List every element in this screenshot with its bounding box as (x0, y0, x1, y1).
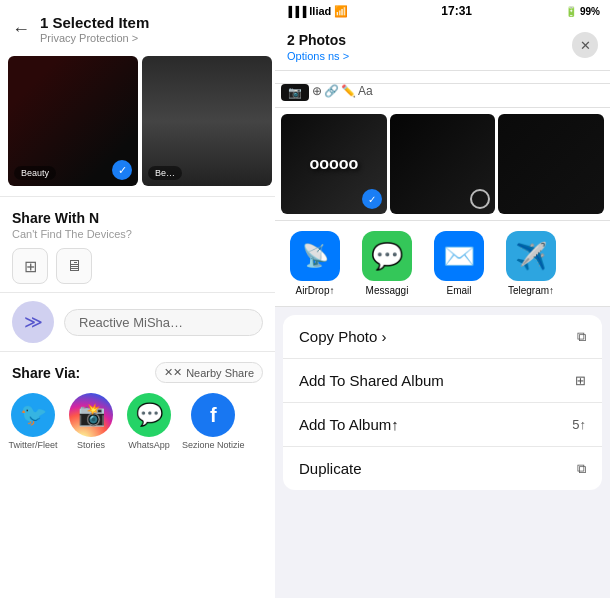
share-sheet-photo-mini: 📷 (281, 84, 309, 101)
menu-item-add-shared[interactable]: Add To Shared Album ⊞ (283, 359, 602, 403)
airdrop-label: AirDrop↑ (296, 285, 335, 296)
right-panel: ▐▐▐ Iliad 📶 17:31 🔋 99% 2 Photos Options… (275, 0, 610, 598)
title-block: 1 Selected Item Privacy Protection > (40, 14, 149, 44)
share-photo-1[interactable]: ooooo ✓ (281, 114, 387, 214)
add-album-right: 5↑ (572, 417, 586, 432)
airdrop-row: 📡 AirDrop↑ 💬 Messaggi ✉️ Email ✈️ Telegr… (275, 221, 610, 307)
facebook-icon[interactable]: f (191, 393, 235, 437)
airdrop-item-mail[interactable]: ✉️ Email (427, 231, 491, 296)
social-item-whatsapp[interactable]: 💬 WhatsApp (124, 393, 174, 450)
toolbar-icon-1: ⊕ (312, 84, 322, 101)
twitter-icon[interactable]: 🐦 (11, 393, 55, 437)
menu-list: Copy Photo › ⧉ Add To Shared Album ⊞ Add… (283, 315, 602, 490)
share-via-title: Share Via: (12, 365, 80, 381)
share-sheet-subtitle[interactable]: Options ns > (287, 50, 349, 62)
mail-label: Email (446, 285, 471, 296)
messages-icon[interactable]: 💬 (362, 231, 412, 281)
social-row: 🐦 Twitter/Fleet 📸 Stories 💬 WhatsApp f S… (0, 387, 275, 456)
whatsapp-label: WhatsApp (128, 440, 170, 450)
toolbar-icon-3: ✏️ (341, 84, 356, 101)
menu-item-duplicate[interactable]: Duplicate ⧉ (283, 447, 602, 490)
left-panel: ← 1 Selected Item Privacy Protection > B… (0, 0, 275, 598)
photo-thumb-1[interactable]: Beauty ✓ (8, 56, 138, 186)
left-header: ← 1 Selected Item Privacy Protection > (0, 0, 275, 48)
toolbar-icon-2: 🔗 (324, 84, 339, 101)
photo-check-1: ✓ (112, 160, 132, 180)
status-left: ▐▐▐ Iliad 📶 (285, 5, 348, 18)
icon-toolbar: ⊕ 🔗 ✏️ Aa (312, 84, 604, 101)
share-with-subtitle: Can't Find The Devices? (12, 228, 263, 240)
wifi-icon: 📶 (334, 5, 348, 18)
airdrop-item-airdrop[interactable]: 📡 AirDrop↑ (283, 231, 347, 296)
copy-photo-right: ⧉ (577, 329, 586, 345)
monitor-button[interactable]: 🖥 (56, 248, 92, 284)
reactive-label: Reactive MiSha… (64, 309, 263, 336)
privacy-link[interactable]: Privacy Protection > (40, 32, 149, 44)
back-button[interactable]: ← (12, 19, 30, 40)
add-album-label: Add To Album↑ (299, 416, 399, 433)
carrier-name: Iliad (309, 5, 331, 17)
airdrop-icon[interactable]: 📡 (290, 231, 340, 281)
share-with-section: Share With N Can't Find The Devices? ⊞ 🖥 (0, 199, 275, 290)
add-shared-icon: ⊞ (575, 373, 586, 388)
telegram-label: Telegram↑ (508, 285, 554, 296)
nearby-icon: ✕✕ (164, 366, 182, 379)
copy-photo-label: Copy Photo › (299, 328, 387, 345)
status-right: 🔋 99% (565, 6, 600, 17)
whatsapp-icon[interactable]: 💬 (127, 393, 171, 437)
share-photo-circle-2 (470, 189, 490, 209)
status-time: 17:31 (441, 4, 472, 18)
social-item-twitter[interactable]: 🐦 Twitter/Fleet (8, 393, 58, 450)
add-shared-right: ⊞ (575, 373, 586, 388)
page-title: 1 Selected Item (40, 14, 149, 31)
reactive-section: ≫ Reactive MiSha… (0, 295, 275, 349)
share-with-title: Share With N (12, 210, 99, 226)
share-photos-row (275, 71, 610, 84)
share-via-section: Share Via: ✕✕ Nearby Share (0, 354, 275, 387)
share-with-row: ⊞ 🖥 (12, 248, 263, 284)
photo-badge-2: Be… (148, 166, 182, 180)
duplicate-right: ⧉ (577, 461, 586, 477)
instagram-label: Stories (77, 440, 105, 450)
share-photo-text-1: ooooo (309, 155, 358, 173)
add-album-badge: 5↑ (572, 417, 586, 432)
monitor-grid-button[interactable]: ⊞ (12, 248, 48, 284)
twitter-label: Twitter/Fleet (8, 440, 57, 450)
divider-2 (0, 292, 275, 293)
divider-1 (0, 196, 275, 197)
share-photo-3[interactable] (498, 114, 604, 214)
close-button[interactable]: ✕ (572, 32, 598, 58)
battery-percent: 99% (580, 6, 600, 17)
signal-icon: ▐▐▐ (285, 6, 306, 17)
share-photo-check-1: ✓ (362, 189, 382, 209)
share-sheet-header: 2 Photos Options ns > ✕ (275, 22, 610, 71)
airdrop-item-messages[interactable]: 💬 Messaggi (355, 231, 419, 296)
photo-thumb-2[interactable]: Be… (142, 56, 272, 186)
menu-item-copy-photo[interactable]: Copy Photo › ⧉ (283, 315, 602, 359)
airdrop-item-telegram[interactable]: ✈️ Telegram↑ (499, 231, 563, 296)
nearby-label: Nearby Share (186, 367, 254, 379)
photos-row: Beauty ✓ Be… (0, 48, 275, 194)
photo-badge-1: Beauty (14, 166, 56, 180)
messages-label: Messaggi (366, 285, 409, 296)
instagram-icon[interactable]: 📸 (69, 393, 113, 437)
social-item-facebook[interactable]: f Sezione Notizie (182, 393, 245, 450)
facebook-label: Sezione Notizie (182, 440, 245, 450)
copy-photo-icon: ⧉ (577, 329, 586, 345)
duplicate-icon: ⧉ (577, 461, 586, 477)
battery-icon: 🔋 (565, 6, 577, 17)
social-item-instagram[interactable]: 📸 Stories (66, 393, 116, 450)
nearby-share-button[interactable]: ✕✕ Nearby Share (155, 362, 263, 383)
telegram-icon[interactable]: ✈️ (506, 231, 556, 281)
share-sheet-title: 2 Photos (287, 32, 349, 48)
add-shared-label: Add To Shared Album (299, 372, 444, 389)
reactive-button[interactable]: ≫ (12, 301, 54, 343)
status-bar: ▐▐▐ Iliad 📶 17:31 🔋 99% (275, 0, 610, 22)
share-photo-2[interactable] (390, 114, 496, 214)
duplicate-label: Duplicate (299, 460, 362, 477)
share-sheet-info: 2 Photos Options ns > (287, 32, 349, 62)
toolbar-icon-4: Aa (358, 84, 373, 101)
divider-3 (0, 351, 275, 352)
menu-item-add-album[interactable]: Add To Album↑ 5↑ (283, 403, 602, 447)
mail-icon[interactable]: ✉️ (434, 231, 484, 281)
